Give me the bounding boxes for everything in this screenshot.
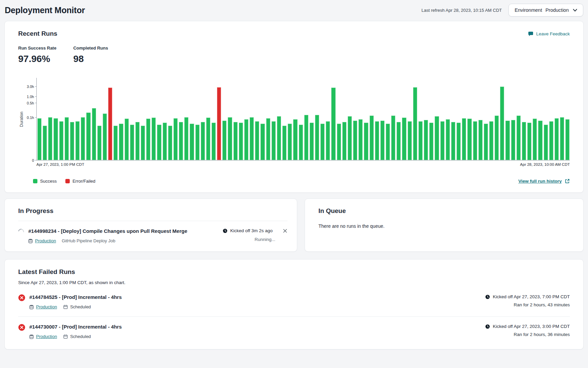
chart-bar-success[interactable] [250, 117, 254, 160]
chart-bar-success[interactable] [179, 122, 183, 160]
chart-bar-success[interactable] [43, 126, 47, 160]
chart-bar-success[interactable] [408, 121, 412, 160]
chart-bar-success[interactable] [70, 122, 74, 160]
chart-bar-failed[interactable] [217, 87, 221, 160]
chart-bar-success[interactable] [538, 121, 542, 160]
chart-bar-success[interactable] [462, 118, 466, 160]
chart-bar-success[interactable] [353, 121, 357, 160]
chart-bar-success[interactable] [511, 120, 515, 160]
chart-bar-success[interactable] [244, 119, 248, 160]
chart-bar-success[interactable] [157, 125, 161, 160]
chart-bar-failed[interactable] [108, 88, 112, 160]
chart-bar-success[interactable] [190, 124, 194, 160]
chart-bar-success[interactable] [522, 122, 526, 160]
chart-bar-success[interactable] [310, 123, 314, 160]
chart-bar-success[interactable] [293, 119, 297, 160]
chart-bar-success[interactable] [315, 115, 319, 160]
leave-feedback-link[interactable]: Leave Feedback [528, 31, 570, 36]
chart-bar-success[interactable] [484, 124, 488, 160]
chart-bar-success[interactable] [473, 121, 477, 160]
chart-bar-success[interactable] [440, 121, 444, 160]
chart-bar-success[interactable] [370, 116, 374, 160]
chart-bar-success[interactable] [228, 117, 232, 160]
chart-bar-success[interactable] [299, 125, 303, 160]
chart-bar-success[interactable] [125, 119, 129, 160]
chart-bar-success[interactable] [272, 121, 276, 160]
environment-tag-link[interactable]: Production [35, 238, 56, 243]
chart-bar-success[interactable] [103, 114, 107, 160]
chart-bar-success[interactable] [402, 118, 406, 160]
chart-bar-success[interactable] [555, 118, 559, 160]
chart-bar-success[interactable] [54, 118, 58, 160]
chart-bar-success[interactable] [114, 126, 118, 160]
chart-bar-success[interactable] [206, 118, 210, 160]
chart-bar-success[interactable] [429, 123, 433, 160]
chart-bar-success[interactable] [544, 125, 548, 160]
environment-select[interactable]: Environment Production [508, 4, 583, 17]
chart-bar-success[interactable] [560, 117, 564, 160]
chart-bar-success[interactable] [527, 123, 531, 160]
chart-bar-success[interactable] [277, 116, 281, 160]
chart-bar-success[interactable] [359, 119, 363, 160]
chart-bar-success[interactable] [457, 123, 461, 160]
chart-bar-success[interactable] [174, 118, 178, 160]
chart-bar-success[interactable] [75, 121, 80, 160]
chart-bar-success[interactable] [195, 125, 199, 160]
chart-bar-success[interactable] [288, 124, 292, 160]
chart-bar-success[interactable] [435, 116, 439, 160]
chart-bar-success[interactable] [135, 122, 140, 160]
chart-bar-success[interactable] [380, 121, 384, 160]
chart-bar-success[interactable] [533, 119, 537, 160]
chart-bar-success[interactable] [255, 121, 259, 160]
chart-bar-success[interactable] [260, 124, 265, 160]
chart-bar-success[interactable] [451, 122, 455, 160]
chart-bar-success[interactable] [565, 119, 569, 160]
chart-bar-success[interactable] [320, 124, 324, 160]
chart-bar-success[interactable] [97, 126, 101, 160]
chart-bar-success[interactable] [467, 119, 471, 160]
chart-bar-success[interactable] [386, 124, 390, 160]
chart-bar-success[interactable] [152, 118, 156, 160]
chart-bar-success[interactable] [331, 88, 335, 160]
view-full-run-history-link[interactable]: View full run history [518, 179, 570, 184]
chart-bar-success[interactable] [222, 121, 226, 160]
chart-bar-success[interactable] [337, 124, 341, 160]
chart-bar-success[interactable] [549, 121, 553, 160]
chart-bar-success[interactable] [375, 121, 379, 160]
chart-bar-success[interactable] [495, 116, 499, 160]
chart-bar-success[interactable] [65, 117, 69, 160]
chart-bar-success[interactable] [146, 119, 150, 160]
chart-bar-success[interactable] [201, 122, 205, 160]
chart-bar-success[interactable] [86, 113, 90, 160]
chart-bar-success[interactable] [119, 124, 123, 160]
chart-bar-success[interactable] [141, 126, 145, 160]
chart-bar-success[interactable] [234, 122, 238, 160]
chart-bar-success[interactable] [212, 123, 216, 160]
environment-tag-link[interactable]: Production [36, 334, 57, 339]
chart-bar-success[interactable] [81, 117, 85, 160]
chart-bar-success[interactable] [391, 116, 395, 160]
chart-bar-success[interactable] [48, 117, 52, 160]
chart-bar-success[interactable] [168, 126, 172, 160]
chart-bar-success[interactable] [304, 115, 308, 160]
chart-bar-success[interactable] [478, 120, 483, 160]
environment-tag-link[interactable]: Production [36, 304, 57, 309]
chart-bar-success[interactable] [59, 121, 63, 160]
chart-bar-success[interactable] [517, 116, 521, 160]
chart-bar-success[interactable] [239, 123, 243, 160]
chart-bar-success[interactable] [348, 116, 352, 160]
chart-bar-success[interactable] [489, 121, 493, 160]
chart-bar-success[interactable] [397, 122, 401, 160]
chart-bar-success[interactable] [500, 87, 504, 160]
chart-bar-success[interactable] [413, 87, 417, 160]
cancel-run-button[interactable] [283, 228, 287, 233]
chart-bar-success[interactable] [342, 122, 346, 160]
chart-bar-success[interactable] [446, 119, 450, 160]
chart-bar-success[interactable] [266, 118, 270, 160]
chart-bar-success[interactable] [130, 125, 134, 160]
chart-bar-success[interactable] [419, 121, 423, 160]
chart-bar-success[interactable] [282, 126, 286, 160]
chart-bar-success[interactable] [424, 120, 428, 160]
chart-bar-success[interactable] [326, 121, 330, 160]
chart-bar-success[interactable] [364, 123, 368, 160]
